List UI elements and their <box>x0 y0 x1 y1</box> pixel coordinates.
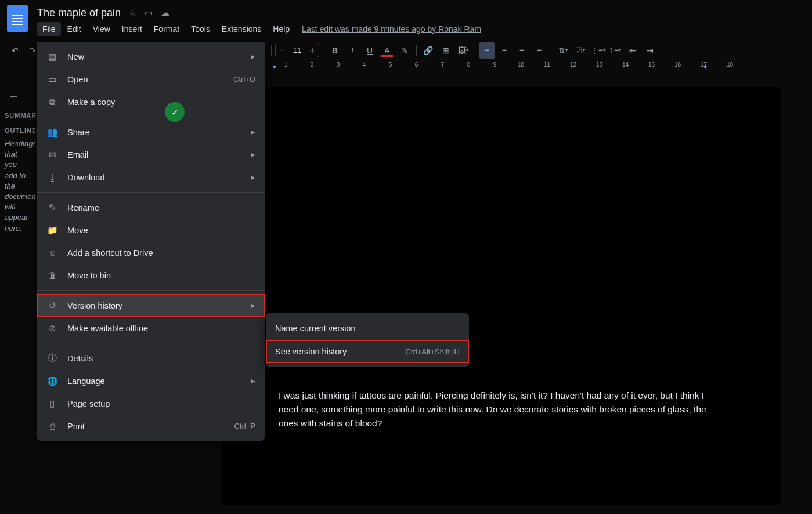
font-increase-button[interactable]: + <box>306 45 319 56</box>
ruler-tick: 8 <box>456 61 482 68</box>
menu-bar: File Edit View Insert Format Tools Exten… <box>37 21 481 37</box>
collapse-outline-icon[interactable]: ← <box>8 89 30 103</box>
menu-item-email[interactable]: ✉ Email ▶ <box>37 143 265 166</box>
insert-image-button[interactable]: 🖼▾ <box>455 42 471 59</box>
menu-edit[interactable]: Edit <box>62 22 86 36</box>
menu-separator <box>37 117 265 117</box>
last-edit-link[interactable]: Last edit was made 9 minutes ago by Rona… <box>302 24 481 34</box>
menu-item-add-shortcut[interactable]: ⎋ Add a shortcut to Drive <box>37 241 265 264</box>
bold-button[interactable]: B <box>327 42 343 59</box>
ruler-tick: 9 <box>482 61 508 68</box>
submenu-arrow-icon: ▶ <box>251 151 255 158</box>
underline-button[interactable]: U <box>362 42 378 59</box>
menu-item-new[interactable]: ▤ New ▶ <box>37 45 265 68</box>
menu-item-move[interactable]: 📁 Move <box>37 219 265 241</box>
horizontal-ruler[interactable]: ▾ 1 2 3 4 5 6 7 8 9 10 11 12 13 14 15 16… <box>209 61 812 74</box>
menu-insert[interactable]: Insert <box>117 22 147 36</box>
font-size-value[interactable]: 11 <box>288 46 306 55</box>
ruler-tick: 11 <box>534 61 560 68</box>
menu-item-language[interactable]: 🌐 Language ▶ <box>37 370 265 392</box>
menu-item-label: Language <box>67 377 246 386</box>
menu-item-page-setup[interactable]: ▯ Page setup <box>37 392 265 415</box>
align-left-button[interactable]: ≡ <box>479 42 495 59</box>
menu-item-label: New <box>67 52 246 61</box>
menu-item-details[interactable]: ⓘ Details <box>37 347 265 370</box>
submenu-arrow-icon: ▶ <box>251 53 255 60</box>
italic-button[interactable]: I <box>344 42 360 59</box>
info-icon: ⓘ <box>46 353 58 364</box>
ruler-tick: 1 <box>273 61 299 68</box>
submenu-item-name-current[interactable]: Name current version <box>266 317 469 340</box>
font-decrease-button[interactable]: − <box>276 45 288 56</box>
ruler-tick: 12 <box>560 61 586 68</box>
submenu-item-see-history[interactable]: See version history Ctrl+Alt+Shift+H <box>266 340 469 363</box>
menu-item-label: Email <box>67 150 246 160</box>
checklist-button[interactable]: ☑▾ <box>572 42 589 59</box>
highlight-button[interactable]: ✎ <box>396 42 413 59</box>
menu-item-label: Share <box>67 128 246 137</box>
menu-separator <box>37 290 265 291</box>
download-icon: ⭳ <box>46 172 58 183</box>
menu-separator <box>37 343 265 343</box>
docs-logo-icon[interactable] <box>7 5 28 32</box>
document-page[interactable]: I was just thinking if tattoos are painf… <box>221 87 781 505</box>
print-icon: ⎙ <box>46 421 58 432</box>
menu-file[interactable]: File <box>37 22 61 36</box>
menu-item-make-offline[interactable]: ⊘ Make available offline <box>37 317 265 339</box>
align-right-button[interactable]: ≡ <box>514 42 530 59</box>
menu-format[interactable]: Format <box>149 22 185 36</box>
align-center-button[interactable]: ≡ <box>496 42 513 59</box>
numbered-list-button[interactable]: 1≡▾ <box>607 42 623 59</box>
menu-tools[interactable]: Tools <box>186 22 215 36</box>
undo-button[interactable]: ↶ <box>7 42 23 59</box>
menu-item-make-copy[interactable]: ⧉ Make a copy <box>37 91 265 113</box>
menu-item-label: Make a copy <box>67 97 255 107</box>
menu-item-shortcut: Ctrl+Alt+Shift+H <box>405 348 460 356</box>
share-icon: 👥 <box>46 126 58 138</box>
text-color-button[interactable]: A <box>379 42 395 59</box>
shortcut-icon: ⎋ <box>46 247 58 259</box>
move-folder-icon[interactable]: ▭ <box>145 8 153 18</box>
ruler-tick: 5 <box>377 61 403 68</box>
ruler-tick: 13 <box>586 61 612 68</box>
success-check-icon: ✓ <box>165 102 185 122</box>
right-indent-marker[interactable]: ▾ <box>703 63 707 71</box>
outline-hint-text: Headings that you add to the document wi… <box>5 139 30 234</box>
menu-item-version-history[interactable]: ↺ Version history ▶ <box>37 294 265 317</box>
globe-icon: 🌐 <box>46 375 58 387</box>
copy-icon: ⧉ <box>46 96 58 108</box>
menu-item-open[interactable]: ▭ Open Ctrl+O <box>37 68 265 91</box>
decrease-indent-button[interactable]: ⇤ <box>625 42 641 59</box>
offline-icon: ⊘ <box>46 323 58 334</box>
menu-item-download[interactable]: ⭳ Download ▶ <box>37 166 265 189</box>
page-setup-icon: ▯ <box>46 398 58 410</box>
star-icon[interactable]: ☆ <box>129 8 136 18</box>
version-history-submenu: Name current version See version history… <box>266 313 469 367</box>
menu-item-share[interactable]: 👥 Share ▶ <box>37 121 265 143</box>
document-title[interactable]: The maple of pain <box>37 7 121 19</box>
insert-link-button[interactable]: 🔗 <box>420 42 436 59</box>
menu-extensions[interactable]: Extensions <box>216 22 266 36</box>
menu-item-label: Move <box>67 226 255 235</box>
menu-item-print[interactable]: ⎙ Print Ctrl+P <box>37 415 265 437</box>
bulleted-list-button[interactable]: ⋮≡▾ <box>590 42 606 59</box>
menu-view[interactable]: View <box>88 22 116 36</box>
ruler-tick: 3 <box>325 61 351 68</box>
ruler-tick: 4 <box>351 61 377 68</box>
font-size-stepper[interactable]: − 11 + <box>275 44 319 57</box>
menu-item-move-to-bin[interactable]: 🗑 Move to bin <box>37 264 265 287</box>
menu-help[interactable]: Help <box>268 22 295 36</box>
menu-item-rename[interactable]: ✎ Rename <box>37 196 265 219</box>
add-comment-button[interactable]: ⊞ <box>438 42 454 59</box>
cloud-status-icon[interactable]: ☁ <box>161 8 169 18</box>
menu-item-label: Move to bin <box>67 271 255 280</box>
document-paragraph[interactable]: I was just thinking if tattoos are painf… <box>279 389 723 430</box>
menu-item-label: Make available offline <box>67 324 255 333</box>
menu-item-label: Download <box>67 173 246 182</box>
email-icon: ✉ <box>46 149 58 161</box>
align-justify-button[interactable]: ≡ <box>531 42 547 59</box>
summary-heading: SUMMARY <box>5 112 30 119</box>
app-header: The maple of pain ☆ ▭ ☁ File Edit View I… <box>0 0 812 39</box>
line-spacing-button[interactable]: ⇅▾ <box>555 42 571 59</box>
increase-indent-button[interactable]: ⇥ <box>642 42 658 59</box>
